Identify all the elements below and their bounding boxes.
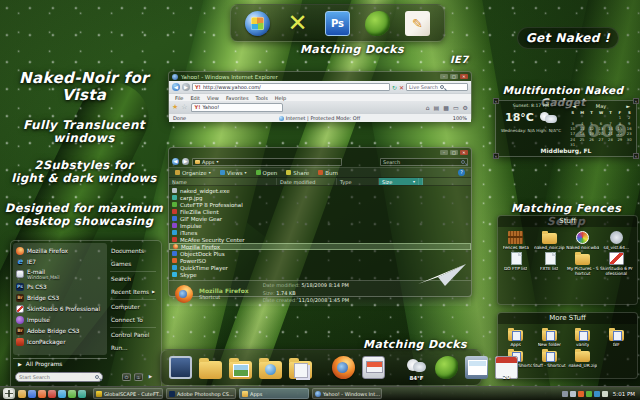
fence-item[interactable]: My Pictures - Shortcut (566, 252, 600, 276)
weather-icon[interactable]: 84°F (405, 356, 428, 379)
bottom-dock[interactable]: Matching Docks 84°F20 (160, 349, 482, 386)
tools-icon[interactable]: ⚙ (463, 104, 468, 111)
fence-item[interactable]: FXTE list (533, 252, 567, 276)
task-button[interactable]: GlobalSCAPE - CuteFT... (93, 388, 163, 399)
fence-more-stuff[interactable]: More STuff AppsNew foldervanityGIFFences… (497, 312, 638, 379)
toolbar-share-button[interactable]: Share (286, 170, 309, 176)
calendar-icon[interactable]: 20 (495, 356, 518, 379)
top-dock[interactable]: ✕Ps✎ (230, 4, 445, 42)
quick-launch-icon[interactable] (48, 390, 56, 398)
address-bar[interactable]: Y! http://www.yahoo.com/ (192, 83, 390, 91)
computer-icon[interactable] (169, 356, 192, 379)
start-menu-place-connectto[interactable]: Connect To (107, 314, 159, 327)
menu-view[interactable]: View (207, 95, 219, 101)
task-button[interactable]: Apps (239, 388, 309, 399)
column-header-date-modified[interactable]: Date modified (277, 178, 337, 185)
forward-button[interactable]: ▶ (182, 83, 190, 91)
tray-icon[interactable] (570, 391, 576, 397)
column-header-name[interactable]: Name (169, 178, 277, 185)
tray-icon[interactable] (562, 391, 568, 397)
lizard-icon[interactable] (365, 11, 390, 36)
clock[interactable]: 5:01 PM (613, 391, 635, 397)
add-favorite-icon[interactable]: ☆ (181, 103, 187, 111)
toolbar-burn-button[interactable]: Burn (318, 170, 338, 176)
quick-launch-icon[interactable] (18, 390, 26, 398)
search-icon[interactable] (440, 85, 444, 89)
fence-title[interactable]: Stuff (498, 216, 637, 227)
start-menu-place-documents[interactable]: Documents (107, 245, 159, 258)
forward-button[interactable]: ▶ (182, 158, 189, 165)
next-month-button[interactable]: ► (626, 103, 630, 109)
fence-item[interactable]: SkinStudio 6 Professional (600, 252, 634, 276)
page-icon[interactable]: ▭ (453, 104, 459, 111)
quick-launch-icon[interactable] (78, 390, 86, 398)
browser-tab[interactable]: Y! Yahoo! (191, 103, 283, 112)
network-folder-icon[interactable] (259, 357, 282, 379)
start-menu-item[interactable]: BrBridge CS3 (13, 292, 107, 303)
menu-help[interactable]: Help (275, 95, 286, 101)
lizard-icon[interactable] (435, 356, 458, 379)
search-icon[interactable] (95, 375, 99, 379)
start-menu-item[interactable]: Impulse (13, 314, 107, 325)
fence-item[interactable]: Fences Beta (499, 231, 533, 250)
start-menu-place-recentitems[interactable]: Recent Items▶ (107, 286, 159, 299)
file-row[interactable]: FileZilla Client (169, 208, 471, 215)
menu-edit[interactable]: Edit (190, 95, 200, 101)
toolbar-open-button[interactable]: Open (256, 170, 278, 176)
fence-item[interactable]: Stuff - Shortcut (533, 349, 567, 373)
fence-stuff[interactable]: Stuff Fences Betanaked_noir.zipNaked noi… (497, 215, 638, 305)
tray-icon[interactable] (586, 391, 592, 397)
feeds-icon[interactable]: ▤ (434, 104, 440, 111)
minimize-button[interactable]: – (440, 74, 448, 79)
designer-icon[interactable]: ✎ (405, 11, 430, 36)
file-row[interactable]: GIF Movie Gear (169, 215, 471, 222)
file-row[interactable]: ObjectDock Plus (169, 250, 471, 257)
start-menu-place-controlpanel[interactable]: Control Panel (107, 329, 159, 342)
maximize-button[interactable]: □ (450, 74, 458, 79)
fence-item[interactable]: vanity (566, 328, 600, 347)
browser-titlebar[interactable]: Yahoo! - Windows Internet Explorer – □ ✕ (169, 72, 471, 81)
photoshop-icon[interactable]: Ps (325, 11, 350, 36)
explorer-titlebar[interactable]: – □ ✕ (169, 148, 471, 156)
pictures-folder-icon[interactable] (229, 357, 252, 379)
browser-search-box[interactable]: Live Search (406, 83, 468, 91)
folder-icon[interactable] (199, 357, 222, 379)
help-icon[interactable]: ? (458, 169, 465, 176)
back-button[interactable]: ◀ (172, 83, 180, 91)
stop-icon[interactable]: ✕ (399, 84, 404, 91)
weather-calendar-gadget[interactable]: ✕ ✕ ✕ ✕ Sunset: 8:17 PM 18°C Wednesday: … (495, 100, 637, 157)
start-button[interactable] (3, 388, 15, 399)
start-menu-item[interactable]: SkinStudio 6 Professional (13, 303, 107, 314)
start-menu-item[interactable]: PsPs CS3 (13, 281, 107, 292)
home-icon[interactable]: ⌂ (426, 104, 430, 111)
start-menu-item[interactable]: E-mailWindows Mail (13, 267, 107, 281)
fence-item[interactable]: sd_vist.64... (600, 231, 634, 250)
column-header-size[interactable]: Size▾ (379, 178, 423, 185)
column-header-type[interactable]: Type (337, 178, 379, 185)
yellow-x-icon[interactable]: ✕ (285, 11, 310, 36)
start-menu-item[interactable]: eIE7 (13, 256, 107, 267)
task-button[interactable]: Adobe Photoshop CS... (166, 388, 236, 399)
file-row[interactable]: iTunes (169, 229, 471, 236)
file-row[interactable]: Mozilla Firefox (169, 243, 471, 250)
toolbar-views-button[interactable]: Views▾ (220, 170, 247, 176)
file-row[interactable]: Impulse (169, 222, 471, 229)
tray-icon[interactable] (578, 391, 584, 397)
tray-icon[interactable] (602, 391, 608, 397)
quick-launch-icon[interactable] (38, 390, 46, 398)
fence-item[interactable]: DO FTP list (499, 252, 533, 276)
start-menu-item[interactable]: IconPackager (13, 336, 107, 347)
menu-tools[interactable]: Tools (256, 95, 268, 101)
file-row[interactable]: naked_widget.exe (169, 187, 471, 194)
minimize-button[interactable]: – (440, 150, 448, 155)
start-search-box[interactable] (15, 372, 103, 382)
menu-favorites[interactable]: Favorites (226, 95, 249, 101)
close-button[interactable]: ✕ (460, 150, 468, 155)
power-button[interactable]: ⏻ (122, 373, 131, 381)
tray-icon[interactable] (594, 391, 600, 397)
start-menu-item[interactable]: BrAdobe Bridge CS3 (13, 325, 107, 336)
start-menu-item[interactable]: Mozilla Firefox (13, 245, 107, 256)
documents-folder-icon[interactable] (289, 357, 312, 379)
search-icon[interactable] (461, 160, 465, 164)
favorites-star-icon[interactable]: ★ (172, 103, 178, 111)
